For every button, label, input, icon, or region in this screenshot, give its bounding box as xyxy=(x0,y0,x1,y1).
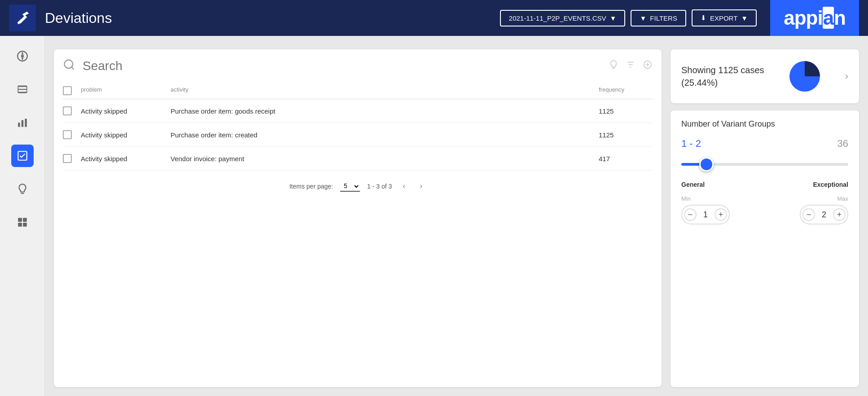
export-chevron-icon: ▼ xyxy=(741,14,748,22)
col-frequency: frequency xyxy=(599,86,653,95)
lightbulb-icon xyxy=(17,183,28,195)
col-activity: activity xyxy=(171,86,599,95)
sidebar-item-dashboard[interactable] xyxy=(11,211,34,233)
row1-activity: Purchase order item: goods receipt xyxy=(171,107,599,115)
min-decrease-button[interactable]: − xyxy=(684,208,697,221)
search-icon xyxy=(63,58,75,74)
max-stepper: − 2 + xyxy=(800,205,848,224)
search-tools xyxy=(609,60,653,72)
svg-point-16 xyxy=(65,60,73,69)
slider-range-label: 1 - 2 xyxy=(681,138,701,150)
row2-problem: Activity skipped xyxy=(81,131,171,139)
row1-problem: Activity skipped xyxy=(81,107,171,115)
add-tool-icon[interactable] xyxy=(643,60,653,72)
sidebar-item-list[interactable] xyxy=(11,78,34,101)
right-panel: Showing 1125 cases (25.44%) › Number of … xyxy=(671,49,859,387)
app-logo-box xyxy=(9,4,36,31)
header-checkbox-cell xyxy=(63,86,81,95)
slider-count: 36 xyxy=(837,138,848,150)
chart-bar-icon xyxy=(17,117,28,128)
body: problem activity frequency Activity skip… xyxy=(0,36,868,396)
cases-chevron-icon[interactable]: › xyxy=(845,70,848,82)
svg-rect-9 xyxy=(21,120,23,127)
row1-checkbox[interactable] xyxy=(63,106,72,115)
export-button[interactable]: ⬇ EXPORT ▼ xyxy=(692,9,757,26)
hammer-icon xyxy=(14,10,31,26)
svg-rect-12 xyxy=(18,218,22,222)
filter-icon: ▼ xyxy=(640,14,646,22)
row2-frequency: 1125 xyxy=(599,131,653,139)
row2-activity: Purchase order item: created xyxy=(171,131,599,139)
lightbulb-tool-icon[interactable] xyxy=(609,60,618,72)
pagination: Items per page: 5 10 25 1 - 3 of 3 ‹ › xyxy=(63,180,653,193)
col-problem: problem xyxy=(81,86,171,95)
slider-thumb[interactable] xyxy=(699,157,714,172)
filters-button[interactable]: ▼ FILTERS xyxy=(631,10,686,26)
pagination-prev[interactable]: ‹ xyxy=(399,180,409,193)
row2-checkbox[interactable] xyxy=(63,130,72,139)
page-title: Deviations xyxy=(45,10,491,26)
filter-tool-icon[interactable] xyxy=(626,60,636,72)
min-stepper: − 1 + xyxy=(681,205,730,224)
table-header: problem activity frequency xyxy=(63,83,653,99)
cases-chart xyxy=(787,58,823,94)
svg-rect-15 xyxy=(23,223,27,227)
svg-rect-14 xyxy=(18,223,22,227)
header: Deviations 2021-11-11_P2P_EVENTS.CSV ▼ ▼… xyxy=(0,0,868,36)
min-label: Min xyxy=(681,195,691,202)
pagination-next[interactable]: › xyxy=(416,180,426,193)
max-label: Max xyxy=(837,195,848,202)
items-per-page-select[interactable]: 5 10 25 xyxy=(340,181,360,192)
list-icon xyxy=(17,84,28,95)
max-increase-button[interactable]: + xyxy=(833,208,846,221)
sidebar-item-chart[interactable] xyxy=(11,111,34,134)
table-panel: problem activity frequency Activity skip… xyxy=(54,49,662,387)
file-selector-button[interactable]: 2021-11-11_P2P_EVENTS.CSV ▼ xyxy=(500,10,626,26)
slider-range-row: 1 - 2 36 xyxy=(681,138,848,150)
min-increase-button[interactable]: + xyxy=(715,208,727,221)
slider-labels: General Exceptional xyxy=(681,181,848,188)
search-input[interactable] xyxy=(83,59,601,73)
file-selector-label: 2021-11-11_P2P_EVENTS.CSV xyxy=(509,14,606,22)
row3-checkbox[interactable] xyxy=(63,154,72,163)
variant-title: Number of Variant Groups xyxy=(681,119,848,129)
sidebar xyxy=(0,36,45,396)
min-group: Min − 1 + xyxy=(681,195,730,224)
variant-card: Number of Variant Groups 1 - 2 36 Genera… xyxy=(671,110,859,387)
row1-frequency: 1125 xyxy=(599,107,653,115)
sidebar-item-lightbulb[interactable] xyxy=(11,178,34,200)
sidebar-item-tasks[interactable] xyxy=(11,145,34,167)
header-controls: 2021-11-11_P2P_EVENTS.CSV ▼ ▼ FILTERS ⬇ … xyxy=(500,9,757,26)
row3-checkbox-cell xyxy=(63,154,81,163)
filters-label: FILTERS xyxy=(650,14,677,22)
slider-container xyxy=(681,153,848,176)
row1-checkbox-cell xyxy=(63,106,81,115)
svg-rect-13 xyxy=(23,218,27,222)
cases-card: Showing 1125 cases (25.44%) › xyxy=(671,49,859,103)
svg-rect-10 xyxy=(25,119,26,127)
table-row: Activity skipped Purchase order item: go… xyxy=(63,99,653,123)
cases-text-block: Showing 1125 cases (25.44%) xyxy=(681,64,764,89)
general-label: General xyxy=(681,181,705,188)
check-square-icon xyxy=(17,150,28,162)
dashboard-icon xyxy=(17,216,28,228)
search-row xyxy=(63,58,653,74)
max-group: Max − 2 + xyxy=(800,195,848,224)
sidebar-item-compass[interactable] xyxy=(11,45,34,67)
exceptional-label: Exceptional xyxy=(813,181,848,188)
slider-track xyxy=(681,163,848,166)
table-row: Activity skipped Purchase order item: cr… xyxy=(63,123,653,147)
row3-activity: Vendor invoice: payment xyxy=(171,155,599,163)
export-label: EXPORT xyxy=(710,14,737,22)
pagination-range: 1 - 3 of 3 xyxy=(367,183,392,190)
cases-line2: (25.44%) xyxy=(681,76,764,89)
svg-rect-5 xyxy=(18,89,27,90)
max-decrease-button[interactable]: − xyxy=(802,208,815,221)
row3-frequency: 417 xyxy=(599,155,653,163)
compass-icon xyxy=(17,50,28,62)
main-content: problem activity frequency Activity skip… xyxy=(45,36,868,396)
max-value: 2 xyxy=(819,210,829,220)
download-icon: ⬇ xyxy=(701,14,706,22)
appian-logo-text: appian xyxy=(784,7,846,29)
select-all-checkbox[interactable] xyxy=(63,86,72,95)
